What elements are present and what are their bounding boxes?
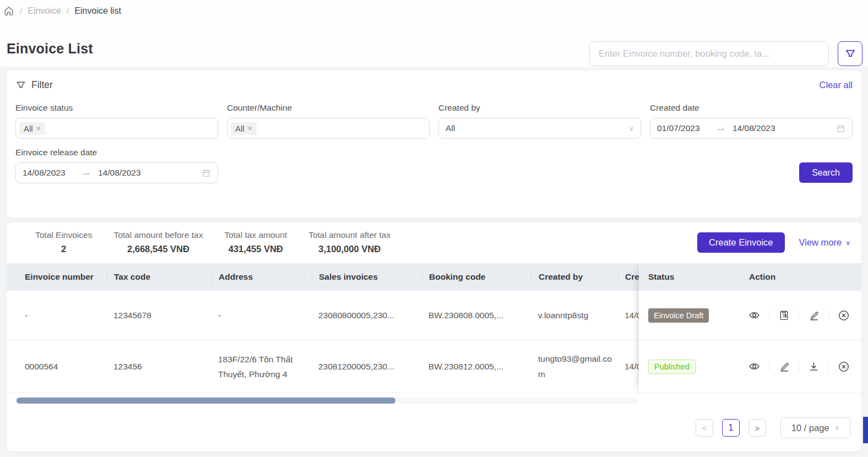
created-by-select[interactable]: All ∨	[438, 118, 641, 139]
counter-machine-select[interactable]: All ×	[227, 118, 430, 139]
horizontal-scrollbar-track[interactable]	[15, 398, 639, 404]
created-date-start[interactable]: 01/07/2023	[657, 123, 717, 133]
address-text: 183F/22/6 Tôn Thất Thuyết, Phường 4	[218, 355, 293, 379]
created-date-label: Created date	[650, 103, 853, 113]
arrow-right-icon	[82, 170, 90, 176]
email-text: tungto93@gmail.com	[538, 354, 612, 379]
clear-all-link[interactable]: Clear all	[819, 80, 853, 90]
chevron-right-icon: >	[755, 423, 760, 433]
cancel-circle-icon[interactable]	[838, 361, 850, 373]
clipboard-publish-icon[interactable]	[778, 309, 790, 321]
col-status: Status	[639, 272, 741, 282]
created-by-value: All	[446, 123, 455, 133]
cell-status: Einvoice Draft	[639, 311, 741, 320]
action-divider	[769, 362, 769, 371]
view-more-label: View more	[799, 237, 842, 248]
page-size-select[interactable]: 10 / page ∨	[780, 417, 850, 438]
cell-tax-code: 123456	[107, 362, 211, 372]
cell-tax-code: 12345678	[107, 311, 211, 320]
horizontal-scrollbar-thumb[interactable]	[17, 398, 395, 404]
tag-close-icon[interactable]: ×	[248, 124, 252, 133]
stat-label: Total Einvoices	[35, 230, 92, 240]
next-page-button[interactable]: >	[748, 419, 766, 437]
stat-label: Total tax amount	[224, 230, 287, 240]
eye-icon[interactable]	[748, 361, 760, 372]
cell-created-by: v.loanntp8stg	[531, 311, 618, 320]
pagination: < 1 > 10 / page ∨	[696, 417, 850, 438]
prev-page-button[interactable]: <	[696, 419, 713, 437]
col-created-by: Created by	[531, 270, 618, 284]
tag-close-icon[interactable]: ×	[36, 124, 41, 133]
calendar-icon	[202, 168, 211, 178]
filter-toggle-button[interactable]	[838, 41, 862, 66]
filter-panel-title: Filter	[15, 79, 53, 91]
cell-einvoice-number: -	[7, 311, 107, 320]
filter-title-label: Filter	[31, 79, 53, 91]
cell-created-by: tungto93@gmail.com	[531, 351, 618, 382]
eye-icon[interactable]	[748, 309, 760, 321]
row-actions	[741, 361, 850, 373]
stat-amount-after-tax: Total amount after tax 3,100,000 VNĐ	[308, 230, 390, 254]
calendar-icon	[836, 124, 845, 133]
release-date-start[interactable]: 14/08/2023	[23, 168, 82, 178]
cell-sales-invoices: 23080800005,230...	[312, 311, 422, 320]
arrow-right-icon	[717, 126, 725, 131]
stat-value: 2	[61, 244, 66, 254]
col-address: Address	[211, 270, 312, 284]
release-date-end[interactable]: 14/08/2023	[98, 168, 141, 178]
chevron-down-icon: ∨	[628, 124, 634, 133]
action-divider	[799, 362, 799, 371]
row-actions	[741, 309, 850, 322]
cell-address: 183F/22/6 Tôn Thất Thuyết, Phường 4	[211, 352, 312, 382]
field-created-by: Created by All ∨	[438, 103, 641, 139]
einvoice-status-label: Einvoice status	[15, 103, 218, 113]
field-einvoice-status: Einvoice status All ×	[15, 103, 218, 139]
einvoice-status-select[interactable]: All ×	[15, 118, 218, 139]
col-einvoice-number: Einvoice number	[7, 270, 107, 284]
download-icon[interactable]	[808, 361, 820, 372]
stat-label: Total amount after tax	[308, 230, 390, 240]
counter-machine-label: Counter/Machine	[227, 103, 430, 113]
cancel-circle-icon[interactable]	[838, 309, 850, 322]
view-more-dropdown[interactable]: View more ∨	[799, 237, 850, 248]
created-by-label: Created by	[438, 103, 641, 113]
clipped-edge-element	[863, 417, 868, 443]
action-divider	[799, 311, 799, 319]
created-date-range-picker[interactable]: 01/07/2023 14/08/2023	[650, 118, 853, 139]
created-date-end[interactable]: 14/08/2023	[733, 123, 775, 133]
breadcrumb: / Einvoice / Einvoice list	[3, 6, 121, 17]
einvoice-status-tag: All ×	[19, 122, 45, 135]
field-created-date: Created date 01/07/2023 14/08/2023	[650, 103, 853, 139]
create-einvoice-button[interactable]: Create Einvoice	[697, 232, 784, 253]
cell-address: -	[211, 311, 312, 320]
edit-icon[interactable]	[778, 361, 790, 372]
summary-row: Total Einvoices 2 Total amount before ta…	[7, 222, 861, 254]
filter-panel: Filter Clear all Einvoice status All × C…	[7, 70, 861, 218]
stat-value: 431,455 VNĐ	[229, 244, 283, 254]
page-title: Einvoice List	[7, 41, 93, 57]
cell-booking-code: BW.230808.0005,...	[422, 311, 531, 320]
stat-total-einvoices: Total Einvoices 2	[35, 230, 92, 254]
page-1-button[interactable]: 1	[722, 419, 740, 437]
cell-einvoice-number: 0000564	[7, 362, 107, 372]
breadcrumb-separator: /	[67, 6, 69, 16]
tag-label: All	[24, 124, 33, 133]
breadcrumb-separator: /	[20, 6, 22, 16]
col-action: Action	[741, 272, 861, 282]
breadcrumb-einvoice[interactable]: Einvoice	[28, 6, 61, 16]
release-date-label: Einvoice release date	[15, 148, 218, 157]
stat-value: 2,668,545 VNĐ	[127, 244, 189, 254]
field-release-date: Einvoice release date 14/08/2023 14/08/2…	[15, 148, 218, 183]
breadcrumb-einvoice-list: Einvoice list	[74, 6, 121, 16]
home-icon[interactable]	[3, 6, 14, 17]
col-tax-code: Tax code	[107, 270, 211, 284]
fixed-header-row: Status Action	[639, 263, 861, 291]
funnel-icon	[844, 48, 856, 60]
search-input[interactable]	[589, 41, 829, 66]
search-button[interactable]: Search	[799, 162, 853, 183]
edit-icon[interactable]	[808, 309, 820, 321]
fixed-columns-panel: Status Action Einvoice Draft	[639, 263, 861, 393]
release-date-range-picker[interactable]: 14/08/2023 14/08/2023	[15, 162, 218, 183]
tag-label: All	[235, 124, 245, 133]
chevron-down-icon: ∨	[835, 424, 840, 432]
